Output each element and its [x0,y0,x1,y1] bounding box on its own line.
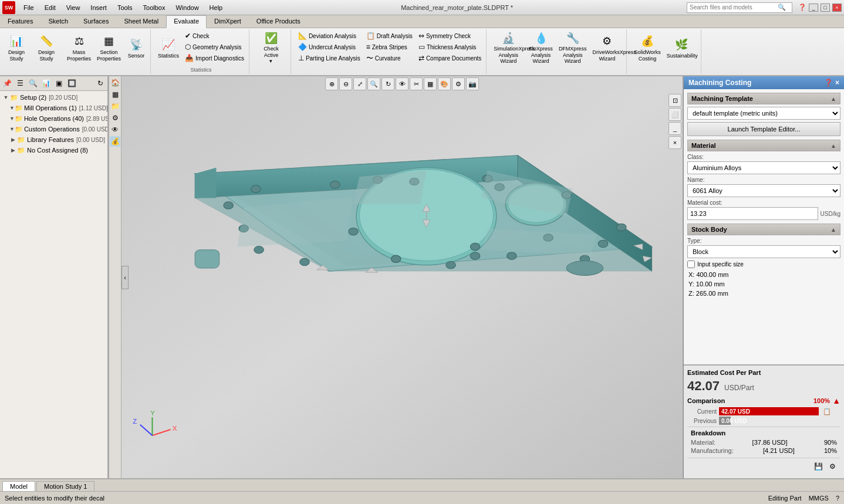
bottom-tab-model[interactable]: Model [2,481,35,491]
deviation-analysis-button[interactable]: 📐 Deviation Analysis [296,31,363,41]
dfmxpress-button[interactable]: 🔧 DFMXpressAnalysisWizard [556,31,589,66]
status-help-icon[interactable]: ? [836,495,839,502]
material-name-dropdown[interactable]: 6061 Alloy [687,184,840,197]
search-bar[interactable]: 🔍 [687,2,792,13]
material-section-header[interactable]: Material ▲ [687,140,840,151]
maximize-button[interactable]: □ [821,4,830,12]
ribbon-tab-features[interactable]: Features [0,15,40,28]
menu-view[interactable]: View [62,3,85,12]
draft-analysis-button[interactable]: 📋 Draft Analysis [364,31,415,41]
options-button[interactable]: ⚙ [452,77,465,90]
vp-close-btn[interactable]: × [669,136,681,149]
viewport[interactable]: ⊕ ⊖ ⤢ 🔍 ↻ 👁 ✂ ▦ 🎨 ⚙ 📷 ⊡ ⬜ _ × [121,76,683,478]
side-house-icon[interactable]: 🏠 [110,77,120,88]
ribbon-tab-sketch[interactable]: Sketch [40,15,76,28]
check-active-button[interactable]: ✅ Check Active▾ [254,31,288,66]
view-mode-button[interactable]: 👁 [396,77,409,90]
panel-refresh-button[interactable]: ↻ [94,77,106,89]
help-icon[interactable]: ❓ [798,4,806,11]
sustainability-button[interactable]: 🌿 Sustainability [664,31,698,66]
close-button[interactable]: × [832,4,842,12]
search-input[interactable] [690,4,778,11]
stock-body-section-header[interactable]: Stock Body ▲ [687,224,840,235]
tree-expand-1[interactable]: ▼ [9,104,15,111]
undercut-analysis-button[interactable]: 🔷 Undercut Analysis [296,42,363,52]
minimize-button[interactable]: _ [809,4,818,12]
copy-current-button[interactable]: 📋 [821,408,833,415]
template-dropdown[interactable]: default template (metric units) [687,107,840,120]
menu-edit[interactable]: Edit [40,3,60,12]
symmetry-check-button[interactable]: ⇔ Symmetry Check [416,31,484,41]
tree-item-1[interactable]: ▼ 📁 Mill Operations (1) [1.12 USD] [1,103,106,113]
tree-item-2[interactable]: ▼ 📁 Hole Operations (40) [2.89 USD] [1,113,106,124]
zebra-stripes-button[interactable]: ≡ Zebra Stripes [364,42,415,52]
floxpress-button[interactable]: 💧 FloXpressAnalysisWizard [526,31,555,66]
tree-item-3[interactable]: ▼ 📁 Custom Operations [0.00 USD] [1,124,106,134]
check-button[interactable]: ✔ Check [183,31,247,41]
panel-menu-button[interactable]: ☰ [14,77,26,89]
import-diagnostics-button[interactable]: 📥 Import Diagnostics [183,53,247,63]
costing-help-icon[interactable]: ❓ [824,79,833,87]
ribbon-tab-evaluate[interactable]: Evaluate [166,15,207,28]
menu-toolbox[interactable]: Toolbox [139,3,170,12]
left-panel-collapse[interactable]: ‹ [121,266,129,289]
panel-icon4[interactable]: 🔲 [66,77,77,89]
solidworks-costing-button[interactable]: 💰 SolidWorksCosting [632,31,663,66]
zoom-area-button[interactable]: 🔍 [367,77,380,90]
panel-settings-icon[interactable]: ⚙ [826,461,838,472]
launch-template-editor-button[interactable]: Launch Template Editor... [687,122,840,136]
side-folder-icon[interactable]: 📁 [110,101,120,111]
ribbon-tab-dimxpert[interactable]: DimXpert [207,15,249,28]
stock-type-dropdown[interactable]: Block [687,245,840,258]
tree-expand-2[interactable]: ▼ [9,115,15,122]
tree-item-4[interactable]: ▶ 📁 Library Features [0.00 USD] [1,134,106,145]
compare-documents-button[interactable]: ⇄ Compare Documents [416,53,484,63]
display-mode-button[interactable]: ▦ [424,77,437,90]
vp-fullscreen-btn[interactable]: ⬜ [669,108,681,121]
zoom-in-button[interactable]: ⊕ [325,77,338,90]
tree-expand-4[interactable]: ▶ [9,136,16,143]
side-costing-icon[interactable]: 💰 [110,136,120,147]
side-display-icon[interactable]: 👁 [110,124,120,135]
vp-minimize-btn[interactable]: _ [669,122,681,135]
machining-template-section-header[interactable]: Machining Template ▲ [687,93,840,104]
tree-expand-0[interactable]: ▼ [2,94,9,101]
panel-icon3[interactable]: ▣ [53,77,65,89]
sensor-button[interactable]: 📡 Sensor [124,31,148,66]
ribbon-tab-surfaces[interactable]: Surfaces [76,15,116,28]
section-properties-button[interactable]: ▦ SectionProperties [94,31,123,66]
costing-close-icon[interactable]: × [835,79,839,87]
panel-icon1[interactable]: 🔍 [27,77,39,89]
menu-tools[interactable]: Tools [113,3,137,12]
zoom-out-button[interactable]: ⊖ [339,77,352,90]
section-view-button[interactable]: ✂ [410,77,423,90]
side-config-icon[interactable]: ⚙ [110,113,120,123]
geometry-analysis-button[interactable]: ⬡ Geometry Analysis [183,42,247,52]
menu-help[interactable]: Help [205,3,228,12]
panel-save-icon[interactable]: 💾 [812,461,824,472]
snapshot-button[interactable]: 📷 [466,77,479,90]
measure-button[interactable]: 📏 Design Study [29,31,63,66]
statistics-button[interactable]: 📈 Statistics [156,31,181,66]
input-size-checkbox[interactable] [687,261,695,268]
ribbon-tab-sheet-metal[interactable]: Sheet Metal [116,15,166,28]
menu-window[interactable]: Window [171,3,203,12]
material-cost-input[interactable] [687,207,818,220]
parting-line-button[interactable]: ⊥ Parting Line Analysis [296,53,363,63]
menu-insert[interactable]: Insert [86,3,112,12]
bottom-tab-motion-study-1[interactable]: Motion Study 1 [36,481,94,491]
simulation-xpress-button[interactable]: 🔬 SimulationXpressAnalysis Wizard [491,31,525,66]
tree-expand-5[interactable]: ▶ [9,147,16,154]
vp-expand-btn[interactable]: ⊡ [669,94,681,107]
tree-item-0[interactable]: ▼ 📁 Setup (2) [0.20 USD] [1,92,106,103]
panel-icon2[interactable]: 📊 [40,77,52,89]
design-study-button[interactable]: 📊 DesignStudy [5,31,28,66]
drivewerks-button[interactable]: ⚙ DriveWorksXpressWizard [590,31,624,66]
menu-file[interactable]: File [19,3,39,12]
tree-expand-3[interactable]: ▼ [9,126,15,133]
material-class-dropdown[interactable]: Aluminium Alloys [687,161,840,174]
rotate-button[interactable]: ↻ [382,77,394,90]
curvature-button[interactable]: 〜 Curvature [364,53,415,63]
ribbon-tab-office-products[interactable]: Office Products [249,15,308,28]
panel-pin-button[interactable]: 📌 [1,77,13,89]
